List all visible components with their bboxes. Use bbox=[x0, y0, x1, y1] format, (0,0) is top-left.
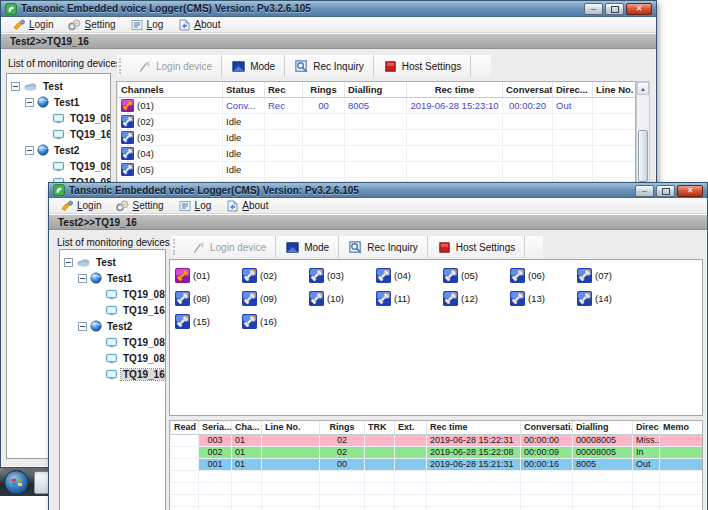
menu-item-about[interactable]: About bbox=[170, 17, 227, 32]
tree-expander-icon[interactable] bbox=[11, 82, 20, 91]
maximize-button[interactable] bbox=[605, 3, 624, 15]
minimize-button[interactable]: ─ bbox=[635, 185, 654, 197]
table-row[interactable]: (02)Idle bbox=[118, 113, 637, 129]
menu-item-about[interactable]: About bbox=[218, 198, 275, 213]
column-header[interactable]: Channels bbox=[118, 82, 223, 97]
channel-item-06[interactable]: (06) bbox=[510, 264, 577, 287]
tree-node-tq19_08[interactable]: TQ19_08 bbox=[60, 286, 165, 302]
start-button[interactable] bbox=[4, 470, 29, 495]
column-header[interactable]: Rings bbox=[320, 421, 365, 434]
tree-node-tq19_08[interactable]: TQ19_08 bbox=[60, 350, 165, 366]
tab-label: Host Settings bbox=[456, 242, 515, 253]
column-header[interactable]: Rings bbox=[303, 82, 345, 97]
column-header[interactable]: Rec bbox=[265, 82, 303, 97]
menu-item-setting[interactable]: Setting bbox=[108, 198, 170, 213]
maximize-button[interactable] bbox=[656, 185, 675, 197]
channel-item-07[interactable]: (07) bbox=[577, 264, 644, 287]
column-header[interactable]: Dialling bbox=[573, 421, 633, 434]
tree-node-tq19_16[interactable]: TQ19_16 bbox=[60, 366, 165, 382]
column-header[interactable]: TRK bbox=[365, 421, 395, 434]
column-header[interactable]: Rec time bbox=[407, 82, 503, 97]
column-header[interactable]: Direc... bbox=[633, 421, 660, 434]
cell bbox=[633, 506, 660, 510]
column-header[interactable]: Line No. bbox=[593, 82, 637, 97]
column-header[interactable]: Cha... bbox=[232, 421, 262, 434]
tree-node-test[interactable]: Test bbox=[60, 254, 165, 270]
channel-label: (01) bbox=[137, 100, 154, 111]
channel-item-02[interactable]: (02) bbox=[242, 264, 309, 287]
scroll-up-arrow[interactable]: ▲ bbox=[637, 82, 649, 95]
column-header[interactable]: Direc... bbox=[553, 82, 593, 97]
column-header[interactable]: Conversati... bbox=[503, 82, 553, 97]
tab-login-device[interactable]: Login device bbox=[182, 236, 276, 258]
channel-item-13[interactable]: (13) bbox=[510, 287, 577, 310]
column-header[interactable]: Read bbox=[171, 421, 199, 434]
tree-node-test[interactable]: Test bbox=[7, 78, 110, 94]
channel-item-14[interactable]: (14) bbox=[577, 287, 644, 310]
menu-item-login[interactable]: Login bbox=[53, 198, 108, 213]
tree-expander-icon[interactable] bbox=[78, 322, 87, 331]
channel-item-10[interactable]: (10) bbox=[309, 287, 376, 310]
table-row[interactable]: (04)Idle bbox=[118, 145, 637, 161]
minimize-button[interactable]: ─ bbox=[584, 3, 603, 15]
column-header[interactable]: Line No. bbox=[262, 421, 320, 434]
table-row[interactable]: (05)Idle bbox=[118, 161, 637, 177]
column-header[interactable]: Memo bbox=[660, 421, 703, 434]
tree-node-tq19_08[interactable]: TQ19_08 bbox=[7, 158, 110, 174]
tree-node-test1[interactable]: Test1 bbox=[60, 270, 165, 286]
table-row[interactable]: (03)Idle bbox=[118, 129, 637, 145]
channel-item-04[interactable]: (04) bbox=[376, 264, 443, 287]
channel-item-09[interactable]: (09) bbox=[242, 287, 309, 310]
table-row[interactable]: 00301022019-06-28 15:22:3100:00:00000080… bbox=[171, 434, 703, 446]
tab-mode[interactable]: Mode bbox=[276, 236, 339, 258]
toolbar-gripper[interactable] bbox=[173, 239, 178, 255]
tree-expander-icon[interactable] bbox=[78, 274, 87, 283]
tree-node-tq19_08[interactable]: TQ19_08 bbox=[60, 334, 165, 350]
table-row[interactable]: (01)Conv...Rec0080052019-06-28 15:23:100… bbox=[118, 97, 637, 113]
cell: Out bbox=[633, 458, 660, 470]
column-header[interactable]: Conversati... bbox=[521, 421, 573, 434]
menu-item-login[interactable]: Login bbox=[5, 17, 60, 32]
tree-expander-icon[interactable] bbox=[25, 146, 34, 155]
tab-mode[interactable]: Mode bbox=[222, 55, 285, 77]
title-bar[interactable]: Tansonic Embedded voice Logger(CMS) Vers… bbox=[49, 183, 707, 198]
channel-item-05[interactable]: (05) bbox=[443, 264, 510, 287]
channel-item-16[interactable]: (16) bbox=[242, 310, 309, 333]
menu-item-setting[interactable]: Setting bbox=[60, 17, 122, 32]
tree-node-test2[interactable]: Test2 bbox=[60, 318, 165, 334]
column-header[interactable]: Ext. bbox=[395, 421, 427, 434]
column-header[interactable]: Status bbox=[223, 82, 265, 97]
tree-node-test1[interactable]: Test1 bbox=[7, 94, 110, 110]
close-button[interactable]: ✕ bbox=[626, 3, 652, 15]
channel-item-03[interactable]: (03) bbox=[309, 264, 376, 287]
tree-expander-icon[interactable] bbox=[25, 98, 34, 107]
column-header[interactable]: Seria... bbox=[199, 421, 232, 434]
tree-node-tq19_16[interactable]: TQ19_16 bbox=[60, 302, 165, 318]
column-header[interactable]: Dialling bbox=[345, 82, 407, 97]
tree-node-tq19_16[interactable]: TQ19_16 bbox=[7, 126, 110, 142]
channel-item-08[interactable]: (08) bbox=[175, 287, 242, 310]
column-header[interactable]: Rec time bbox=[427, 421, 521, 434]
table-row[interactable]: 00201022019-06-28 15:22:0800:00:09000080… bbox=[171, 446, 703, 458]
toolbar-gripper[interactable] bbox=[119, 58, 124, 74]
scrollbar-thumb[interactable] bbox=[638, 130, 648, 182]
channel-item-01[interactable]: (01) bbox=[175, 264, 242, 287]
tab-rec-inquiry[interactable]: Rec Inquiry bbox=[339, 236, 428, 258]
tree-expander-icon[interactable] bbox=[64, 258, 73, 267]
channel-item-12[interactable]: (12) bbox=[443, 287, 510, 310]
close-button[interactable]: ✕ bbox=[677, 185, 703, 197]
tab-host-settings[interactable]: Host Settings bbox=[428, 236, 525, 258]
tab-host-settings[interactable]: Host Settings bbox=[374, 55, 471, 77]
tree-node-tq19_08[interactable]: TQ19_08 bbox=[7, 110, 110, 126]
tab-login-device[interactable]: Login device bbox=[128, 55, 222, 77]
host-settings-icon bbox=[383, 59, 398, 74]
menu-item-log[interactable]: Log bbox=[171, 198, 219, 213]
tab-rec-inquiry[interactable]: Rec Inquiry bbox=[285, 55, 374, 77]
channel-item-11[interactable]: (11) bbox=[376, 287, 443, 310]
tree-node-test2[interactable]: Test2 bbox=[7, 142, 110, 158]
rec-inquiry-icon bbox=[348, 240, 363, 255]
table-row[interactable]: 00101002019-06-28 15:21:3100:00:168005Ou… bbox=[171, 458, 703, 470]
channel-item-15[interactable]: (15) bbox=[175, 310, 242, 333]
menu-item-log[interactable]: Log bbox=[123, 17, 171, 32]
title-bar[interactable]: Tansonic Embedded voice Logger(CMS) Vers… bbox=[1, 1, 656, 17]
